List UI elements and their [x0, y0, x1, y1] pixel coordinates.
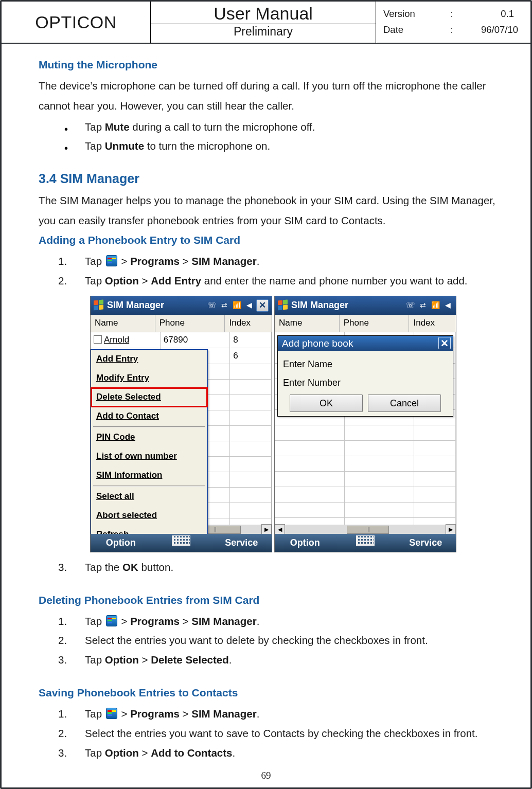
muting-list: Tap Mute during a call to turn the micro…: [39, 117, 495, 156]
dialog-body: Enter Name Enter Number OK Cancel: [278, 351, 453, 416]
connectivity-icon[interactable]: ⇄: [219, 300, 229, 311]
menu-add-entry[interactable]: Add Entry: [91, 350, 207, 369]
col-index[interactable]: Index: [409, 315, 456, 332]
wm-close-icon[interactable]: ✕: [256, 299, 269, 312]
menu-separator: [93, 426, 205, 427]
a3-b: button.: [138, 561, 173, 573]
brand-text: OPTICON: [35, 8, 116, 37]
menu-add-to-contact[interactable]: Add to Contact: [91, 407, 207, 426]
signal-icon[interactable]: 📶: [232, 300, 242, 311]
softkey-keyboard[interactable]: [335, 535, 395, 551]
d3-a: Tap: [85, 654, 105, 666]
scroll-right-icon[interactable]: ▶: [446, 524, 456, 534]
wm-title: SIM Manager: [291, 298, 402, 313]
a1-gt1: >: [118, 255, 130, 267]
connectivity-icon[interactable]: ⇄: [418, 300, 428, 311]
dialog-titlebar: Add phone book ✕: [278, 336, 453, 351]
adding-step-2: 2. Tap Option > Add Entry and enter the …: [39, 271, 495, 291]
start-icon: [106, 708, 117, 719]
date-row: Date : 96/07/10: [379, 22, 524, 38]
table-row[interactable]: [275, 456, 456, 472]
col-name[interactable]: Name: [275, 315, 340, 332]
wm-content: Add phone book ✕ Enter Name Enter Number…: [275, 332, 456, 534]
checkbox-icon[interactable]: [94, 335, 102, 344]
d3-delete: Delete Selected: [151, 654, 229, 666]
col-name[interactable]: Name: [91, 315, 155, 332]
a3-ok: OK: [122, 561, 138, 573]
windows-start-icon[interactable]: [278, 300, 288, 311]
softkey-option[interactable]: Option: [91, 535, 151, 551]
adding-heading: Adding a Phonebook Entry to SIM Card: [39, 231, 495, 249]
col-phone[interactable]: Phone: [340, 315, 410, 332]
softkey-service[interactable]: Service: [396, 535, 456, 551]
phone-off-icon[interactable]: ☏: [207, 300, 217, 311]
header-meta: Version : 0.1 Date : 96/07/10: [376, 2, 530, 43]
b1-suffix: during a call to turn the microphone off…: [130, 121, 315, 133]
volume-icon[interactable]: ◀: [244, 300, 254, 311]
menu-separator: [93, 486, 205, 487]
screenshots: SIM Manager ☏ ⇄ 📶 ◀ ✕ Name Phone Index: [39, 291, 495, 558]
table-row[interactable]: [275, 472, 456, 487]
softkey-option[interactable]: Option: [275, 535, 335, 551]
menu-delete-selected[interactable]: Delete Selected: [91, 388, 207, 407]
menu-refresh[interactable]: Refresh: [91, 525, 207, 534]
b2-bold: Unmute: [105, 140, 144, 152]
table-row[interactable]: [275, 425, 456, 441]
table-row[interactable]: [275, 441, 456, 456]
softkey-service[interactable]: Service: [211, 535, 272, 551]
adding-steps: 1. Tap > Programs > SIM Manager. 2. Tap …: [39, 252, 495, 291]
version-value: 0.1: [456, 6, 524, 22]
menu-list-own[interactable]: List of own number: [91, 447, 207, 466]
table-row[interactable]: [275, 487, 456, 503]
deleting-step-2: 2. Select the entries you want to delete…: [39, 631, 495, 650]
menu-sim-info[interactable]: SIM Information: [91, 466, 207, 485]
softkey-keyboard[interactable]: [151, 535, 211, 551]
menu-abort-selected[interactable]: Abort selected: [91, 506, 207, 525]
keyboard-icon: [172, 535, 190, 546]
dialog-title: Add phone book: [282, 335, 353, 351]
colon: :: [448, 22, 456, 38]
bullet-1: Tap Mute during a call to turn the micro…: [39, 117, 495, 137]
signal-icon[interactable]: 📶: [430, 300, 440, 311]
context-menu: Add Entry Modify Entry Delete Selected A…: [91, 349, 208, 534]
page-number: 69: [2, 767, 530, 783]
scroll-track[interactable]: [285, 525, 446, 534]
windows-start-icon[interactable]: [94, 300, 104, 311]
scroll-left-icon[interactable]: ◀: [275, 524, 285, 534]
menu-select-all[interactable]: Select all: [91, 487, 207, 506]
a2-addentry: Add Entry: [151, 275, 201, 286]
enter-name-field[interactable]: Enter Name: [283, 357, 448, 372]
cell-phone: 67890: [160, 332, 229, 348]
col-phone[interactable]: Phone: [155, 315, 225, 332]
adding-step-1: 1. Tap > Programs > SIM Manager.: [39, 252, 495, 271]
muting-para: The device’s microphone can be turned of…: [39, 76, 495, 116]
dialog-close-icon[interactable]: ✕: [438, 337, 451, 349]
date-label: Date: [379, 22, 448, 38]
a2-a: Tap: [85, 275, 105, 286]
sim-heading: 3.4 SIM Manager: [39, 168, 495, 189]
scroll-right-icon[interactable]: ▶: [261, 524, 272, 534]
enter-number-field[interactable]: Enter Number: [283, 375, 448, 391]
menu-pin-code[interactable]: PIN Code: [91, 428, 207, 447]
start-icon: [106, 255, 117, 266]
a3-a: Tap the: [85, 561, 122, 573]
volume-icon[interactable]: ◀: [442, 300, 453, 311]
scroll-thumb[interactable]: [347, 526, 389, 534]
h-scrollbar[interactable]: ◀ ▶: [275, 525, 456, 534]
b1-bold: Mute: [105, 121, 130, 133]
wm-titlebar: SIM Manager ☏ ⇄ 📶 ◀ ✕: [91, 296, 272, 315]
ok-button[interactable]: OK: [290, 394, 363, 412]
header-title-group: User Manual Preliminary: [151, 2, 376, 43]
wm-content: Arnold 67890 8 3 6: [91, 332, 272, 534]
phone-off-icon[interactable]: ☏: [405, 300, 416, 311]
col-index[interactable]: Index: [225, 315, 272, 332]
saving-step-2: 2. Select the entries you want to save t…: [39, 724, 495, 743]
menu-modify-entry[interactable]: Modify Entry: [91, 369, 207, 388]
header-brand: OPTICON: [2, 2, 151, 43]
bullet-2: Tap Unmute to turn the microphone on.: [39, 136, 495, 156]
table-row[interactable]: Arnold 67890 8: [91, 332, 272, 348]
table-row[interactable]: [275, 503, 456, 518]
a2-b: and enter the name and phone number you …: [201, 275, 467, 286]
cancel-button[interactable]: Cancel: [368, 394, 441, 412]
dialog-buttons: OK Cancel: [283, 394, 448, 412]
